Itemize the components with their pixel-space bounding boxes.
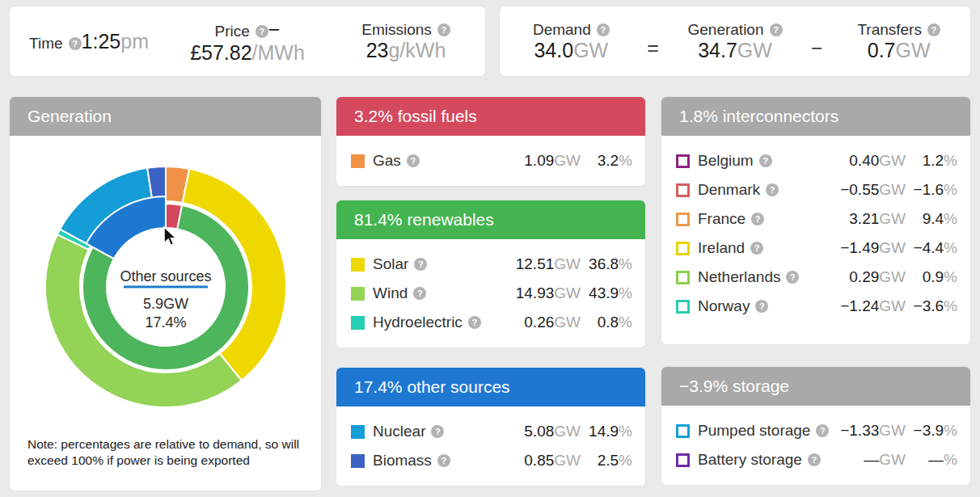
panel-body-other-sources: Nuclear?5.08GW14.9%Biomass?0.85GW2.5% (336, 406, 645, 486)
row-battery-storage: Battery storage?—GW—% (661, 445, 970, 474)
help-icon[interactable]: ? (766, 183, 779, 196)
row-percent-nuclear-number: 14.9 (589, 423, 619, 440)
row-percent-hydroelectric-unit: % (619, 314, 632, 331)
stat-generation-label-text: Generation (688, 21, 764, 39)
panel-title-interconnectors: 1.8% interconnectors (679, 107, 838, 126)
row-percent-wind-unit: % (619, 284, 632, 302)
row-percent-netherlands-unit: % (944, 268, 957, 286)
operator-minus: − (806, 36, 827, 60)
help-icon[interactable]: ? (816, 424, 829, 437)
help-icon[interactable]: ? (786, 271, 799, 284)
help-icon[interactable]: ? (770, 23, 783, 36)
row-percent-ireland-number: −4.4 (914, 239, 944, 257)
stat-demand-value-number: 34.0 (534, 39, 573, 61)
row-label-netherlands: Netherlands (698, 268, 780, 286)
panel-title-other-sources: 17.4% other sources (354, 377, 510, 397)
row-value-solar-unit: GW (554, 255, 581, 273)
row-value-hydroelectric: 0.26GW (524, 314, 581, 331)
help-icon[interactable]: ? (808, 453, 821, 466)
row-belgium: Belgium?0.40GW1.2% (661, 146, 970, 175)
help-icon[interactable]: ? (597, 23, 610, 36)
row-france: France?3.21GW9.4% (661, 204, 970, 234)
help-icon[interactable]: ? (414, 258, 427, 271)
row-percent-ireland-unit: % (944, 239, 957, 257)
hydroelectric-swatch (351, 316, 365, 330)
row-value-denmark: −0.55GW (840, 181, 906, 199)
stat-transfers-value-number: 0.7 (868, 39, 896, 61)
row-value-wind: 14.93GW (516, 284, 581, 302)
row-percent-norway-number: −3.6 (914, 297, 944, 315)
row-value-netherlands: 0.29GW (849, 268, 906, 286)
panel-interconnectors: 1.8% interconnectorsBelgium?0.40GW1.2%De… (661, 97, 970, 344)
donut-center-label[interactable]: Other sources (120, 268, 211, 284)
row-value-biomass-number: 0.85 (524, 452, 554, 470)
row-label-belgium: Belgium (698, 152, 754, 170)
help-icon[interactable]: ? (468, 316, 481, 329)
row-value-gas-unit: GW (554, 152, 581, 170)
row-value-ireland: −1.49GW (840, 239, 906, 257)
stat-price-label: Price? (215, 23, 268, 40)
row-value-pumped-storage-number: −1.33 (840, 422, 879, 440)
row-percent-battery-storage: —% (906, 451, 957, 469)
row-percent-pumped-storage-unit: % (944, 422, 957, 440)
help-icon[interactable]: ? (437, 23, 450, 36)
help-icon[interactable]: ? (751, 213, 764, 225)
row-denmark: Denmark?−0.55GW−1.6% (661, 175, 970, 204)
row-label-battery-storage: Battery storage (698, 451, 802, 469)
generation-donut-chart[interactable]: Other sources5.9GW17.4% (36, 158, 295, 416)
help-icon[interactable]: ? (69, 37, 82, 50)
help-icon[interactable]: ? (755, 300, 768, 313)
stat-time-label: Time? (29, 35, 82, 53)
solar-swatch (351, 258, 365, 272)
help-icon[interactable]: ? (413, 287, 426, 300)
help-icon[interactable]: ? (407, 154, 420, 167)
panel-header-renewables: 81.4% renewables (336, 200, 645, 239)
help-icon[interactable]: ? (759, 154, 772, 167)
row-percent-france-number: 9.4 (923, 210, 944, 228)
row-value-hydroelectric-unit: GW (554, 314, 581, 331)
help-icon[interactable]: ? (750, 242, 763, 255)
generation-panel-body: Other sources5.9GW17.4% Note: percentage… (10, 136, 321, 491)
help-icon[interactable]: ? (437, 454, 450, 467)
row-hydroelectric: Hydroelectric?0.26GW0.8% (336, 308, 645, 337)
row-percent-netherlands-number: 0.9 (923, 268, 944, 286)
stat-emissions-label-text: Emissions (361, 21, 432, 39)
row-netherlands: Netherlands?0.29GW0.9% (661, 263, 970, 292)
row-value-denmark-unit: GW (879, 181, 906, 199)
panel-header-storage: −3.9% storage (661, 367, 970, 406)
row-percent-solar-unit: % (619, 255, 632, 273)
panel-title-storage: −3.9% storage (679, 377, 789, 396)
source-panels-column: 3.2% fossil fuelsGas?1.09GW3.2%81.4% ren… (336, 97, 645, 486)
row-label-hydroelectric: Hydroelectric (373, 314, 463, 331)
row-label-denmark: Denmark (698, 181, 760, 199)
row-pumped-storage: Pumped storage?−1.33GW−3.9% (661, 416, 970, 445)
row-norway: Norway?−1.24GW−3.6% (661, 292, 970, 321)
row-percent-pumped-storage-number: −3.9 (914, 422, 944, 440)
donut-center-value: 5.9GW (143, 296, 188, 312)
row-value-gas-number: 1.09 (524, 152, 554, 170)
row-value-battery-storage-number: — (864, 451, 879, 469)
help-icon[interactable]: ? (927, 23, 940, 36)
row-gas: Gas?1.09GW3.2% (336, 146, 645, 175)
stat-transfers-label-text: Transfers (857, 21, 922, 39)
row-label-wind: Wind (373, 284, 408, 302)
row-percent-gas-number: 3.2 (598, 152, 619, 170)
row-percent-france: 9.4% (906, 210, 957, 228)
row-value-belgium-number: 0.40 (849, 152, 879, 170)
row-value-nuclear-number: 5.08 (524, 423, 554, 440)
panel-header-interconnectors: 1.8% interconnectors (661, 97, 970, 136)
help-icon[interactable]: ? (256, 25, 268, 38)
row-label-france: France (698, 210, 746, 228)
row-percent-battery-storage-number: — (928, 451, 944, 469)
stat-price-value-unit: /MWh (252, 41, 305, 64)
stat-time-label-text: Time (29, 35, 63, 53)
donut-center-percent: 17.4% (145, 314, 186, 331)
row-value-ireland-number: −1.49 (840, 239, 879, 257)
help-icon[interactable]: ? (431, 425, 444, 438)
row-value-wind-number: 14.93 (516, 284, 555, 302)
row-percent-nuclear-unit: % (619, 423, 632, 440)
donut-segment-wind[interactable] (45, 234, 242, 407)
row-label-solar: Solar (373, 255, 408, 273)
panel-storage: −3.9% storagePumped storage?−1.33GW−3.9%… (661, 367, 970, 485)
row-percent-denmark: −1.6% (906, 181, 957, 199)
